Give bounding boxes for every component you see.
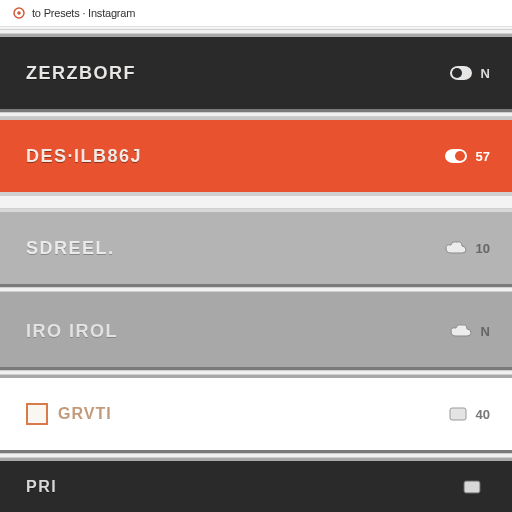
list-row[interactable]: GRVTI 40	[0, 375, 512, 453]
row-count: 40	[476, 407, 490, 422]
row-label: IRO IROL	[26, 321, 118, 342]
row-label: DES·ILB86J	[26, 146, 142, 167]
list-row[interactable]: IRO IROL N	[0, 292, 512, 370]
row-count: N	[481, 324, 490, 339]
row-meta: N	[449, 64, 490, 82]
cloud-icon	[444, 239, 468, 257]
window-header: to Presets · Instagram	[0, 0, 512, 27]
row-label: SDREEL.	[26, 238, 115, 259]
row-meta: 57	[444, 147, 490, 165]
list-row[interactable]: PRI	[0, 458, 512, 512]
thumb-icon	[448, 406, 468, 422]
row-meta	[462, 479, 490, 495]
list-row[interactable]: SDREEL. 10	[0, 209, 512, 287]
svg-point-1	[17, 11, 21, 15]
cloud-icon	[449, 322, 473, 340]
window-title: to Presets · Instagram	[32, 7, 135, 19]
badge-icon	[444, 147, 468, 165]
svg-rect-5	[455, 151, 465, 161]
badge-icon	[449, 64, 473, 82]
app-logo-icon	[12, 6, 26, 20]
svg-rect-3	[452, 68, 462, 78]
svg-rect-6	[450, 408, 466, 420]
row-label: ZERZBORF	[26, 63, 136, 84]
preset-swatch-icon	[26, 403, 48, 425]
thumb-icon	[462, 479, 482, 495]
row-count: 57	[476, 149, 490, 164]
row-label: PRI	[26, 478, 57, 496]
row-count: 10	[476, 241, 490, 256]
list-row[interactable]: DES·ILB86J 57	[0, 117, 512, 195]
category-list: ZERZBORF N DES·ILB86J 57 SDREEL. 10 IRO …	[0, 27, 512, 512]
row-label: GRVTI	[58, 405, 112, 423]
svg-rect-7	[464, 481, 480, 493]
row-meta: N	[449, 322, 490, 340]
row-meta: 10	[444, 239, 490, 257]
list-row[interactable]: ZERZBORF N	[0, 34, 512, 112]
row-count: N	[481, 66, 490, 81]
divider	[0, 195, 512, 209]
row-meta: 40	[448, 406, 490, 422]
